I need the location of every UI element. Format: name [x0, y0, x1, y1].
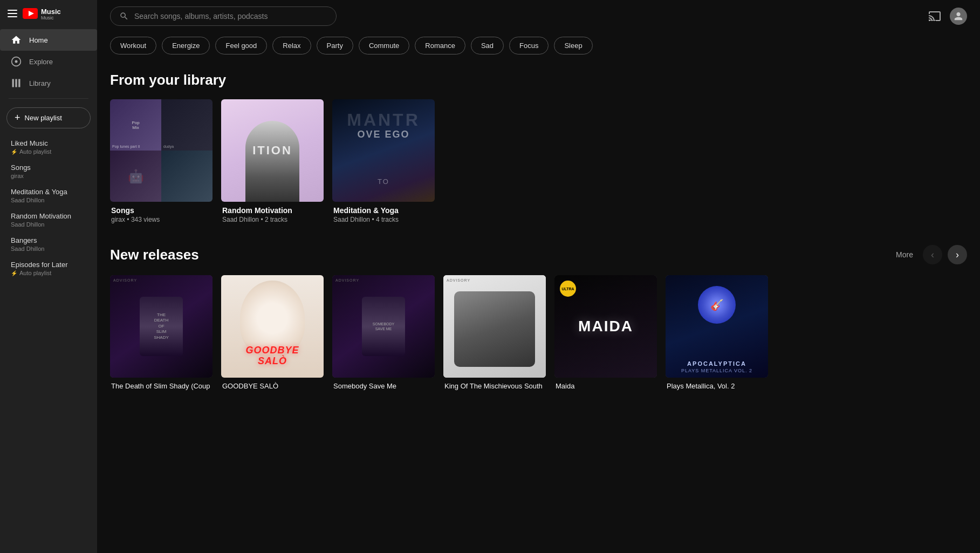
slim-shady-info: The Death of Slim Shady (Coup — [110, 378, 213, 394]
episodes-sub: ⚡ Auto playlist — [11, 270, 86, 276]
auto-playlist-icon-2: ⚡ — [11, 270, 17, 276]
maida-thumb: ULTRA MAIDA — [554, 275, 657, 378]
mood-chip-sleep[interactable]: Sleep — [554, 37, 592, 54]
meditation-sub: Saad Dhillon — [11, 197, 86, 203]
mood-chip-sad[interactable]: Sad — [471, 37, 504, 54]
metallica-title: Plays Metallica, Vol. 2 — [667, 382, 767, 390]
new-releases-section: New releases More ‹ › ADVISORY THEDEATHO… — [97, 236, 980, 403]
sidebar-item-library-label: Library — [29, 79, 51, 87]
new-playlist-button[interactable]: + New playlist — [6, 107, 91, 128]
songs-card-subtitle: girax • 343 views — [111, 216, 211, 223]
mood-chip-focus[interactable]: Focus — [509, 37, 549, 54]
youtube-logo-icon — [23, 8, 38, 19]
sidebar-item-explore[interactable]: Explore — [0, 51, 97, 72]
sidebar: Music Music Home Explore Library + Ne — [0, 0, 97, 553]
main-content: Workout Energize Feel good Relax Party C… — [97, 0, 980, 553]
release-card-king[interactable]: ADVISORY King Of The Mischievous South — [443, 275, 546, 394]
maida-info: Maida — [554, 378, 657, 394]
library-item-random-motivation[interactable]: Random Motivation Saad Dhillon — [0, 208, 97, 232]
app-title: Music Music — [41, 6, 61, 21]
slim-shady-title: The Death of Slim Shady (Coup — [111, 382, 211, 390]
new-releases-more-button[interactable]: More — [892, 248, 917, 261]
svg-point-3 — [15, 60, 18, 63]
release-card-somebody-save-me[interactable]: ADVISORY SOMEBODYSAVE ME Somebody Save M… — [332, 275, 435, 394]
mood-chip-commute[interactable]: Commute — [359, 37, 409, 54]
release-card-metallica[interactable]: 🎸 APOCALYPTICA PLAYS METALLICA VOL. 2 Pl… — [666, 275, 768, 394]
liked-music-sub: ⚡ Auto playlist — [11, 148, 86, 155]
songs-thumb: PopMix Pop tunes part II dudya 🤖 — [110, 99, 213, 202]
library-item-episodes-for-later[interactable]: Episodes for Later ⚡ Auto playlist — [0, 256, 97, 281]
new-releases-header: New releases More ‹ › — [110, 245, 967, 264]
mood-chip-romance[interactable]: Romance — [415, 37, 465, 54]
card-meditation[interactable]: MANTR OVE EGO TO Meditation & Yoga Saad … — [332, 99, 435, 228]
liked-music-title: Liked Music — [11, 139, 86, 147]
king-info: King Of The Mischievous South — [443, 378, 546, 394]
mood-chip-workout[interactable]: Workout — [110, 37, 156, 54]
home-icon — [11, 35, 22, 45]
mood-chip-relax[interactable]: Relax — [272, 37, 311, 54]
new-releases-next-button[interactable]: › — [948, 245, 967, 264]
meditation-card-info: Meditation & Yoga Saad Dhillon • 4 track… — [332, 202, 435, 228]
somebody-save-me-title: Somebody Save Me — [333, 382, 434, 390]
bangers-title: Bangers — [11, 236, 86, 244]
cast-icon[interactable] — [928, 10, 941, 23]
library-icon — [11, 78, 22, 88]
release-card-slim-shady[interactable]: ADVISORY THEDEATHOFSLIMSHADY The Death o… — [110, 275, 213, 394]
metallica-thumb: 🎸 APOCALYPTICA PLAYS METALLICA VOL. 2 — [666, 275, 768, 378]
release-card-maida[interactable]: ULTRA MAIDA Maida — [554, 275, 657, 394]
card-random-motivation[interactable]: ITION Random Motivation Saad Dhillon • 2… — [221, 99, 324, 228]
songs-card-title: Songs — [111, 206, 211, 215]
random-motivation-card-title: Random Motivation — [222, 206, 323, 215]
search-container[interactable] — [110, 6, 337, 26]
mood-chip-party[interactable]: Party — [317, 37, 353, 54]
sidebar-item-home[interactable]: Home — [0, 29, 97, 51]
explore-icon — [11, 56, 22, 67]
from-library-section: From your library PopMix Pop tunes part … — [97, 63, 980, 236]
king-thumb: ADVISORY — [443, 275, 546, 378]
meditation-title: Meditation & Yoga — [11, 188, 86, 196]
metallica-info: Plays Metallica, Vol. 2 — [666, 378, 768, 394]
goodbye-salo-thumb: GOODBYESALÒ — [221, 275, 324, 378]
random-motivation-card-info: Random Motivation Saad Dhillon • 2 track… — [221, 202, 324, 228]
auto-playlist-icon: ⚡ — [11, 149, 17, 155]
goodbye-salo-title: GOODBYE SALÒ — [222, 382, 323, 390]
from-library-title: From your library — [110, 72, 226, 88]
random-motivation-thumb: ITION — [221, 99, 324, 202]
new-releases-title: New releases — [110, 247, 199, 263]
songs-card-info: Songs girax • 343 views — [110, 202, 213, 228]
random-motivation-card-subtitle: Saad Dhillon • 2 tracks — [222, 216, 323, 223]
somebody-save-me-info: Somebody Save Me — [332, 378, 435, 394]
svg-rect-5 — [15, 79, 17, 87]
mood-chip-feel-good[interactable]: Feel good — [215, 37, 267, 54]
app-logo[interactable]: Music Music — [23, 6, 61, 21]
svg-rect-6 — [18, 79, 20, 87]
library-item-meditation[interactable]: Meditation & Yoga Saad Dhillon — [0, 183, 97, 208]
new-releases-controls: More ‹ › — [892, 245, 967, 264]
new-releases-cards: ADVISORY THEDEATHOFSLIMSHADY The Death o… — [110, 275, 967, 394]
user-avatar[interactable] — [950, 8, 967, 25]
mood-chip-energize[interactable]: Energize — [162, 37, 210, 54]
sidebar-item-home-label: Home — [29, 36, 48, 44]
bangers-sub: Saad Dhillon — [11, 245, 86, 252]
king-title: King Of The Mischievous South — [444, 382, 545, 390]
sidebar-divider — [9, 98, 88, 99]
meditation-card-title: Meditation & Yoga — [333, 206, 434, 215]
random-motivation-title: Random Motivation — [11, 212, 86, 220]
meditation-card-subtitle: Saad Dhillon • 4 tracks — [333, 216, 434, 223]
new-releases-prev-button[interactable]: ‹ — [923, 245, 942, 264]
search-input[interactable] — [134, 12, 327, 21]
library-item-songs[interactable]: Songs girax — [0, 159, 97, 183]
library-list: Liked Music ⚡ Auto playlist Songs girax … — [0, 133, 97, 283]
episodes-title: Episodes for Later — [11, 261, 86, 269]
sidebar-item-library[interactable]: Library — [0, 72, 97, 94]
release-card-goodbye-salo[interactable]: GOODBYESALÒ GOODBYE SALÒ — [221, 275, 324, 394]
hamburger-menu-button[interactable] — [8, 10, 17, 17]
sidebar-logo-area: Music Music — [0, 0, 97, 27]
plus-icon: + — [15, 112, 20, 124]
random-motivation-sub: Saad Dhillon — [11, 221, 86, 228]
from-library-header: From your library — [110, 72, 967, 88]
library-item-liked-music[interactable]: Liked Music ⚡ Auto playlist — [0, 135, 97, 159]
topbar-right — [928, 8, 967, 25]
card-songs[interactable]: PopMix Pop tunes part II dudya 🤖 Songs g… — [110, 99, 213, 228]
library-item-bangers[interactable]: Bangers Saad Dhillon — [0, 232, 97, 256]
